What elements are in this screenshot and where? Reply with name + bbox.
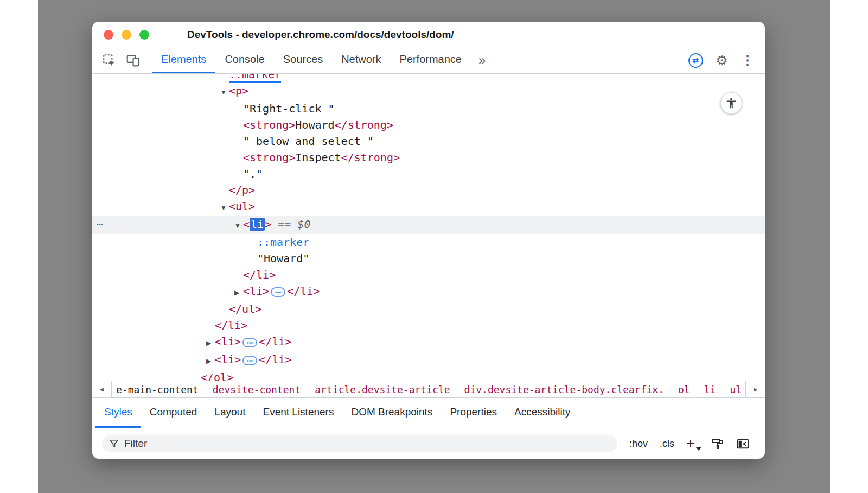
styles-filter-input[interactable]	[124, 438, 611, 450]
tag-token: <li>	[243, 285, 269, 298]
breadcrumb-item[interactable]: ol	[678, 384, 690, 395]
tag-token: </p>	[229, 184, 255, 197]
zoom-button[interactable]	[139, 30, 149, 40]
new-style-rule-button[interactable]: +	[686, 437, 699, 451]
marker-pseudo-element: ::marker	[229, 74, 281, 83]
styles-sidebar-tabs: StylesComputedLayoutEvent ListenersDOM B…	[92, 398, 765, 428]
expand-arrow-icon[interactable]: ▶	[234, 285, 243, 301]
close-button[interactable]	[104, 30, 113, 40]
tag-token: </ol>	[201, 371, 233, 381]
tag-token: </ul>	[229, 302, 261, 315]
paint-roller-icon[interactable]	[711, 437, 724, 450]
sidebar-toggle-icon[interactable]	[736, 437, 750, 451]
styles-tab-layout[interactable]: Layout	[206, 398, 254, 428]
expand-arrow-icon[interactable]: ▶	[206, 335, 215, 351]
collapsed-content-icon[interactable]: •••	[271, 287, 285, 297]
tab-network[interactable]: Network	[332, 47, 390, 73]
text-node-token: " below and select "	[243, 135, 374, 148]
filter-pill	[102, 435, 617, 452]
breadcrumb-bar: ◀ e-main-contentdevsite-contentarticle.d…	[92, 381, 765, 398]
dom-tree-line[interactable]: ▼<p>	[92, 83, 765, 100]
dom-tree-line[interactable]: <strong>Howard</strong>	[92, 117, 765, 133]
more-tabs-icon[interactable]: »	[471, 47, 493, 73]
text-node-token: "Howard"	[257, 252, 309, 265]
tab-console[interactable]: Console	[215, 47, 273, 73]
text-node-token: Howard	[295, 118, 334, 131]
titlebar: DevTools - developer.chrome.com/docs/dev…	[92, 22, 765, 47]
breadcrumb-item[interactable]: li	[704, 384, 716, 395]
dom-tree-line[interactable]: "."	[92, 166, 765, 182]
dom-tree-line[interactable]: <strong>Inspect</strong>	[92, 149, 765, 166]
breadcrumb-item[interactable]: div.devsite-article-body.clearfix.	[464, 384, 664, 395]
settings-gear-icon[interactable]: ⚙	[716, 53, 728, 68]
tab-performance[interactable]: Performance	[391, 47, 471, 73]
dom-tree-line[interactable]: </ol>	[92, 369, 765, 381]
dom-tree-line[interactable]: " below and select "	[92, 133, 765, 149]
styles-tab-event-listeners[interactable]: Event Listeners	[254, 398, 342, 428]
dom-tree-line[interactable]: ::marker	[92, 234, 765, 250]
dom-tree-line[interactable]: </li>	[92, 267, 765, 283]
styles-tab-styles[interactable]: Styles	[95, 398, 141, 428]
breadcrumb-scroll-right-icon[interactable]: ▶	[745, 381, 765, 397]
devtools-toolbar: ElementsConsoleSourcesNetworkPerformance…	[92, 47, 765, 74]
dom-tree-line[interactable]: ▼<ul>	[92, 198, 765, 216]
collapse-arrow-icon[interactable]: ▼	[234, 218, 243, 234]
styles-tab-dom-breakpoints[interactable]: DOM Breakpoints	[342, 398, 441, 428]
styles-tab-accessibility[interactable]: Accessibility	[506, 398, 579, 428]
breadcrumb-item[interactable]: article.devsite-article	[315, 384, 450, 395]
breadcrumb-item[interactable]: ul	[730, 384, 742, 395]
dom-tree-line[interactable]: </ul>	[92, 301, 765, 317]
accessibility-person-icon[interactable]	[720, 92, 742, 114]
tab-sources[interactable]: Sources	[274, 47, 332, 73]
tab-elements[interactable]: Elements	[152, 47, 215, 73]
filter-funnel-icon	[108, 438, 119, 449]
kebab-menu-icon[interactable]: ⋮	[741, 53, 754, 68]
panel-tabs: ElementsConsoleSourcesNetworkPerformance	[152, 47, 471, 73]
dom-tree-line[interactable]: ::marker	[92, 74, 765, 83]
toggle-hover-state-button[interactable]: :hov	[629, 438, 648, 450]
collapse-arrow-icon[interactable]: ▼	[220, 84, 229, 100]
breadcrumb-items: e-main-contentdevsite-contentarticle.dev…	[112, 383, 745, 396]
dom-tree-line[interactable]: "Right-click "	[92, 100, 765, 117]
device-toolbar-icon[interactable]	[126, 53, 140, 67]
minimize-button[interactable]	[122, 30, 131, 40]
node-options-icon[interactable]: ⋯	[97, 216, 103, 232]
equals-token: ==	[271, 218, 297, 231]
breadcrumb-item[interactable]: e-main-content	[116, 384, 199, 395]
text-node-token: "Right-click "	[243, 102, 335, 115]
collapsed-content-icon[interactable]: •••	[242, 338, 257, 347]
dom-tree-line[interactable]: "Howard"	[92, 250, 765, 267]
tag-token: <li>	[215, 335, 241, 348]
dom-tree-line[interactable]: ⋯▼<li> == $0	[92, 216, 765, 234]
breadcrumb-item[interactable]: devsite-content	[213, 384, 301, 395]
toolbar-right-icons: ⇄ ⚙ ⋮	[688, 47, 765, 73]
marker-pseudo-element: ::marker	[257, 236, 309, 249]
collapsed-content-icon[interactable]: •••	[242, 356, 257, 365]
dollar0-token: $0	[297, 218, 310, 231]
dom-tree-line[interactable]: ▶<li>•••</li>	[92, 351, 765, 369]
dom-tree-line[interactable]: </p>	[92, 182, 765, 198]
breadcrumb-scroll-left-icon[interactable]: ◀	[92, 381, 112, 397]
inspect-element-icon[interactable]	[102, 53, 116, 67]
desktop-background: DevTools - developer.chrome.com/docs/dev…	[38, 0, 830, 493]
tag-token: </li>	[287, 285, 320, 298]
styles-tab-computed[interactable]: Computed	[141, 398, 206, 428]
collapse-arrow-icon[interactable]: ▼	[220, 200, 229, 216]
toolbar-left-icons	[92, 47, 145, 73]
elements-panel: ::marker▼<p>"Right-click "<strong>Howard…	[92, 74, 765, 381]
dom-tree-line[interactable]: </li>	[92, 317, 765, 333]
tag-token: >	[265, 218, 271, 231]
dom-tree-line[interactable]: ▶<li>•••</li>	[92, 283, 765, 301]
tag-token: <	[243, 218, 250, 231]
tag-token: </li>	[215, 319, 247, 332]
element-classes-button[interactable]: .cls	[660, 438, 674, 450]
expand-arrow-icon[interactable]: ▶	[206, 353, 215, 369]
devtools-window: DevTools - developer.chrome.com/docs/dev…	[92, 22, 765, 459]
sync-icon[interactable]: ⇄	[688, 53, 703, 68]
styles-tab-properties[interactable]: Properties	[441, 398, 506, 428]
tag-token: <p>	[229, 84, 248, 97]
tag-token: <ul>	[229, 200, 255, 213]
window-controls	[92, 30, 149, 40]
dom-tree-line[interactable]: ▶<li>•••</li>	[92, 333, 765, 351]
window-title: DevTools - developer.chrome.com/docs/dev…	[187, 29, 454, 41]
